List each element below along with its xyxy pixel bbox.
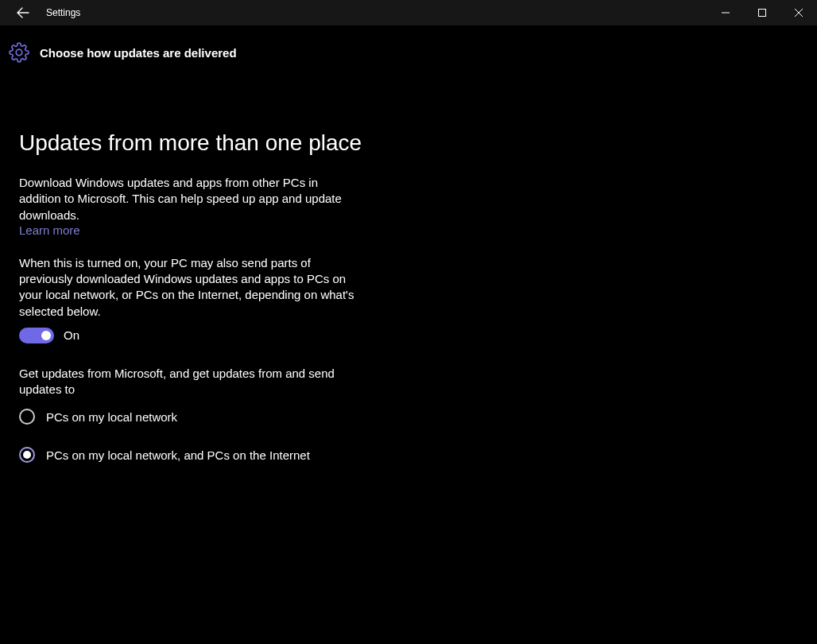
radio-prompt: Get updates from Microsoft, and get upda… bbox=[19, 366, 362, 398]
maximize-icon bbox=[758, 9, 766, 17]
radio-inner-dot bbox=[23, 451, 31, 459]
explanation-paragraph: When this is turned on, your PC may also… bbox=[19, 255, 362, 320]
back-arrow-icon bbox=[16, 6, 30, 20]
radio-icon bbox=[19, 409, 35, 425]
window-controls bbox=[707, 0, 817, 25]
content: Updates from more than one place Downloa… bbox=[0, 75, 381, 504]
toggle-state-label: On bbox=[64, 328, 79, 342]
intro-paragraph: Download Windows updates and apps from o… bbox=[19, 176, 342, 222]
page-header-title: Choose how updates are delivered bbox=[40, 46, 237, 60]
close-icon bbox=[795, 9, 803, 17]
minimize-button[interactable] bbox=[707, 0, 744, 25]
learn-more-link[interactable]: Learn more bbox=[19, 223, 80, 237]
intro-block: Download Windows updates and apps from o… bbox=[19, 175, 362, 238]
header-bar: Choose how updates are delivered bbox=[0, 25, 817, 75]
svg-rect-1 bbox=[759, 10, 766, 17]
window-title: Settings bbox=[46, 7, 80, 18]
radio-label: PCs on my local network, and PCs on the … bbox=[46, 448, 310, 462]
main-heading: Updates from more than one place bbox=[19, 130, 362, 156]
minimize-icon bbox=[722, 9, 730, 17]
radio-icon-selected bbox=[19, 447, 35, 463]
back-button[interactable] bbox=[6, 0, 40, 25]
close-button[interactable] bbox=[780, 0, 817, 25]
updates-toggle[interactable] bbox=[19, 328, 54, 343]
titlebar: Settings bbox=[0, 0, 817, 25]
gear-icon bbox=[8, 41, 30, 64]
radio-group: PCs on my local network PCs on my local … bbox=[19, 409, 362, 463]
toggle-row: On bbox=[19, 328, 362, 343]
maximize-button[interactable] bbox=[744, 0, 780, 25]
radio-local-network[interactable]: PCs on my local network bbox=[19, 409, 362, 425]
radio-label: PCs on my local network bbox=[46, 410, 177, 424]
toggle-knob bbox=[41, 331, 51, 340]
radio-local-and-internet[interactable]: PCs on my local network, and PCs on the … bbox=[19, 447, 362, 463]
